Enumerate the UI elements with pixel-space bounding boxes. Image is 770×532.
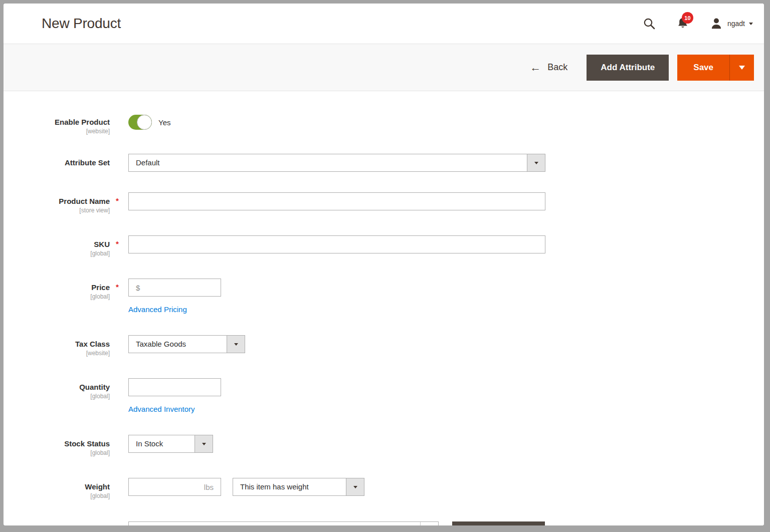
sku-row: SKU [global] * (4, 235, 764, 258)
toggle-knob (137, 115, 152, 130)
stock-status-select[interactable]: In Stock (128, 435, 213, 453)
price-row: Price [global] * $ Advanced Pricing (4, 279, 764, 314)
enable-product-toggle[interactable] (128, 115, 152, 130)
attribute-set-row: Attribute Set Default (4, 154, 764, 172)
chevron-down-icon (534, 162, 538, 164)
attribute-set-select[interactable]: Default (128, 154, 545, 172)
categories-caret-button[interactable] (420, 522, 438, 525)
advanced-inventory-link[interactable]: Advanced Inventory (128, 405, 195, 413)
weight-label: Weight (4, 482, 110, 492)
weight-type-value: This item has weight (233, 478, 346, 495)
new-category-button[interactable]: New Category (452, 521, 545, 525)
categories-value: Select... (129, 522, 420, 525)
quantity-scope: [global] (4, 392, 110, 401)
required-asterisk: * (116, 196, 119, 205)
categories-select[interactable]: Select... (128, 521, 439, 525)
required-asterisk: * (116, 239, 119, 248)
stock-status-row: Stock Status [global] In Stock (4, 435, 764, 457)
quantity-input[interactable] (128, 378, 221, 396)
attribute-set-label: Attribute Set (4, 158, 110, 168)
page-action-bar: ← Back Add Attribute Save (4, 44, 764, 91)
price-label: Price (4, 283, 110, 293)
notifications-button[interactable]: 10 (676, 17, 690, 31)
categories-row: Categories [global] Select... New Catego… (4, 521, 764, 525)
product-name-scope: [store view] (4, 206, 110, 215)
advanced-pricing-link[interactable]: Advanced Pricing (128, 305, 187, 314)
stock-status-label: Stock Status (4, 439, 110, 449)
tax-class-caret-button[interactable] (227, 336, 245, 353)
weight-unit: lbs (201, 483, 221, 491)
admin-user-menu[interactable]: ngadt (710, 17, 753, 30)
chevron-down-icon (749, 23, 753, 25)
stock-status-scope: [global] (4, 449, 110, 457)
weight-type-select[interactable]: This item has weight (233, 478, 364, 496)
stock-status-caret-button[interactable] (195, 435, 213, 452)
tax-class-value: Taxable Goods (129, 336, 227, 353)
chevron-down-icon (353, 486, 357, 488)
back-arrow-icon: ← (530, 62, 541, 73)
attribute-set-value: Default (129, 154, 527, 171)
quantity-label: Quantity (4, 382, 110, 392)
weight-scope: [global] (4, 492, 110, 500)
enable-product-row: Enable Product [website] Yes (4, 113, 764, 136)
notification-count-badge: 10 (682, 12, 693, 24)
save-options-toggle[interactable] (729, 55, 754, 81)
save-button[interactable]: Save (677, 55, 729, 81)
attribute-set-caret-button[interactable] (527, 154, 545, 171)
back-button[interactable]: ← Back (530, 62, 567, 73)
back-label: Back (547, 62, 567, 73)
page-header: New Product 10 ngadt (4, 4, 764, 44)
tax-class-label: Tax Class (4, 339, 110, 349)
weight-type-caret-button[interactable] (346, 478, 364, 495)
stock-status-value: In Stock (129, 435, 195, 452)
price-input[interactable] (143, 284, 221, 292)
search-icon (643, 17, 656, 30)
tax-class-select[interactable]: Taxable Goods (128, 335, 245, 353)
weight-input[interactable] (129, 483, 201, 491)
page-title: New Product (42, 16, 121, 32)
enable-product-scope: [website] (4, 127, 110, 136)
product-name-input[interactable] (128, 192, 545, 210)
product-name-row: Product Name [store view] * (4, 192, 764, 215)
add-attribute-button[interactable]: Add Attribute (587, 55, 669, 81)
price-scope: [global] (4, 293, 110, 301)
save-split-button: Save (677, 55, 754, 81)
enable-product-state: Yes (158, 118, 170, 127)
weight-row: Weight [global] lbs This item has weight (4, 478, 764, 500)
user-avatar-icon (710, 17, 723, 30)
admin-window: New Product 10 ngadt (4, 4, 764, 525)
tax-class-scope: [website] (4, 349, 110, 358)
enable-product-label: Enable Product (4, 117, 110, 127)
quantity-row: Quantity [global] Advanced Inventory (4, 378, 764, 414)
price-input-group: $ (128, 279, 221, 297)
search-button[interactable] (643, 17, 656, 30)
chevron-down-icon (234, 343, 238, 346)
sku-label: SKU (4, 239, 110, 249)
product-name-label: Product Name (4, 196, 110, 206)
admin-user-name: ngadt (727, 20, 745, 28)
required-asterisk: * (116, 283, 119, 291)
sku-scope: [global] (4, 249, 110, 258)
tax-class-row: Tax Class [website] Taxable Goods (4, 335, 764, 358)
currency-symbol: $ (129, 284, 143, 292)
chevron-down-icon (202, 443, 206, 445)
sku-input[interactable] (128, 235, 545, 253)
header-actions: 10 ngadt (643, 17, 753, 31)
new-product-form: Enable Product [website] Yes Attribute S… (4, 91, 764, 525)
weight-input-group: lbs (128, 478, 221, 496)
save-dropdown-caret-icon (739, 66, 745, 70)
